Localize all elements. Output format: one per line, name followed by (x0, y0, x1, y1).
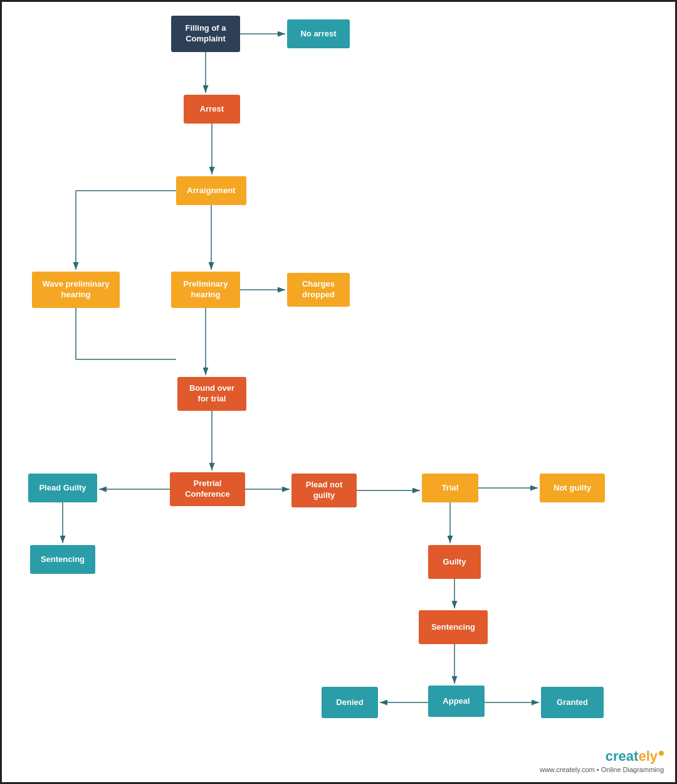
watermark: creat ely www.creately.com • Online Diag… (540, 748, 664, 773)
node-arraignment: Arraignment (176, 176, 246, 205)
node-charges-dropped: Charges dropped (287, 273, 350, 307)
node-granted: Granted (541, 687, 604, 718)
watermark-create: creat (606, 748, 639, 765)
node-sentencing-right: Sentencing (419, 610, 488, 644)
node-plead-not-guilty: Plead not guilty (291, 474, 357, 507)
node-no-arrest: No arrest (287, 19, 350, 48)
node-denied: Denied (322, 687, 378, 718)
node-sentencing-left: Sentencing (30, 545, 95, 574)
node-plead-guilty: Plead Guilty (28, 474, 97, 502)
watermark-ately: ely (638, 748, 658, 765)
diagram-container: Filling of a Complaint No arrest Arrest … (0, 0, 677, 784)
watermark-url: www.creately.com • Online Diagramming (540, 766, 664, 773)
node-appeal: Appeal (428, 686, 485, 717)
node-trial: Trial (422, 474, 478, 502)
node-wave-preliminary: Wave preliminary hearing (32, 272, 120, 308)
node-arrest: Arrest (184, 95, 240, 124)
arrows-svg (2, 2, 677, 784)
node-preliminary-hearing: Preliminary hearing (171, 272, 240, 308)
node-filling: Filling of a Complaint (171, 16, 240, 52)
node-not-guilty: Not guilty (540, 474, 605, 502)
watermark-dot (659, 751, 664, 756)
node-guilty: Guilty (428, 545, 481, 579)
node-pretrial-conference: Pretrial Conference (170, 472, 245, 506)
node-bound-over: Bound over for trial (177, 377, 246, 411)
